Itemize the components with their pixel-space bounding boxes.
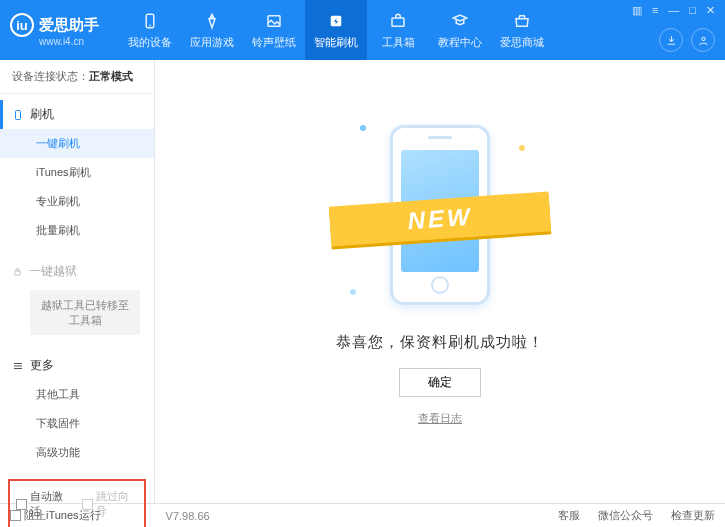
sidebar-flash-header[interactable]: 刷机 <box>0 100 154 129</box>
window-controls: ▥ ≡ — □ ✕ <box>632 4 715 17</box>
user-button[interactable] <box>691 28 715 52</box>
menu-icon[interactable]: ≡ <box>652 4 658 17</box>
sidebar-more-header[interactable]: 更多 <box>0 351 154 380</box>
sidebar-item-batch-flash[interactable]: 批量刷机 <box>0 216 154 245</box>
svg-rect-4 <box>392 18 404 26</box>
footer-wechat[interactable]: 微信公众号 <box>598 508 653 523</box>
store-icon <box>512 11 532 31</box>
app-header: iu 爱思助手 www.i4.cn 我的设备 应用游戏 铃声壁纸 智能刷机 工具… <box>0 0 725 60</box>
sidebar-jailbreak-header: 一键越狱 <box>0 257 154 286</box>
sidebar: 设备连接状态：正常模式 刷机 一键刷机 iTunes刷机 专业刷机 批量刷机 一… <box>0 60 155 503</box>
top-nav: 我的设备 应用游戏 铃声壁纸 智能刷机 工具箱 教程中心 爱思商城 <box>119 0 553 60</box>
sidebar-item-oneclick-flash[interactable]: 一键刷机 <box>0 129 154 158</box>
pin-icon[interactable]: ▥ <box>632 4 642 17</box>
nav-toolbox[interactable]: 工具箱 <box>367 0 429 60</box>
app-url: www.i4.cn <box>39 36 99 47</box>
sidebar-item-download-firmware[interactable]: 下载固件 <box>0 409 154 438</box>
toolbox-icon <box>388 11 408 31</box>
new-ribbon: NEW <box>329 191 551 246</box>
svg-rect-6 <box>16 110 21 119</box>
footer-update[interactable]: 检查更新 <box>671 508 715 523</box>
sidebar-item-itunes-flash[interactable]: iTunes刷机 <box>0 158 154 187</box>
nav-apps[interactable]: 应用游戏 <box>181 0 243 60</box>
connection-status: 设备连接状态：正常模式 <box>0 60 154 94</box>
sidebar-item-advanced[interactable]: 高级功能 <box>0 438 154 467</box>
svg-rect-7 <box>15 271 21 275</box>
logo-icon: iu <box>10 13 34 37</box>
download-button[interactable] <box>659 28 683 52</box>
apps-icon <box>202 11 222 31</box>
checkbox-block-itunes[interactable]: 阻止iTunes运行 <box>10 508 101 523</box>
wallpaper-icon <box>264 11 284 31</box>
sidebar-item-pro-flash[interactable]: 专业刷机 <box>0 187 154 216</box>
nav-ringtones[interactable]: 铃声壁纸 <box>243 0 305 60</box>
footer-support[interactable]: 客服 <box>558 508 580 523</box>
nav-tutorials[interactable]: 教程中心 <box>429 0 491 60</box>
view-log-link[interactable]: 查看日志 <box>418 411 462 426</box>
phone-icon <box>12 109 24 121</box>
nav-my-device[interactable]: 我的设备 <box>119 0 181 60</box>
close-icon[interactable]: ✕ <box>706 4 715 17</box>
version-label: V7.98.66 <box>166 510 210 522</box>
ok-button[interactable]: 确定 <box>399 368 481 397</box>
more-icon <box>12 360 24 372</box>
device-icon <box>140 11 160 31</box>
lock-icon <box>12 266 23 277</box>
success-message: 恭喜您，保资料刷机成功啦！ <box>336 333 544 352</box>
logo-area: iu 爱思助手 www.i4.cn <box>10 13 99 47</box>
jailbreak-note: 越狱工具已转移至工具箱 <box>30 290 140 335</box>
tutorial-icon <box>450 11 470 31</box>
sidebar-item-other-tools[interactable]: 其他工具 <box>0 380 154 409</box>
svg-point-5 <box>701 37 704 40</box>
nav-flash[interactable]: 智能刷机 <box>305 0 367 60</box>
app-title: 爱思助手 <box>39 16 99 35</box>
minimize-icon[interactable]: — <box>668 4 679 17</box>
nav-store[interactable]: 爱思商城 <box>491 0 553 60</box>
maximize-icon[interactable]: □ <box>689 4 696 17</box>
flash-icon <box>326 11 346 31</box>
success-illustration: NEW <box>350 115 530 315</box>
main-content: NEW 恭喜您，保资料刷机成功啦！ 确定 查看日志 <box>155 60 725 503</box>
